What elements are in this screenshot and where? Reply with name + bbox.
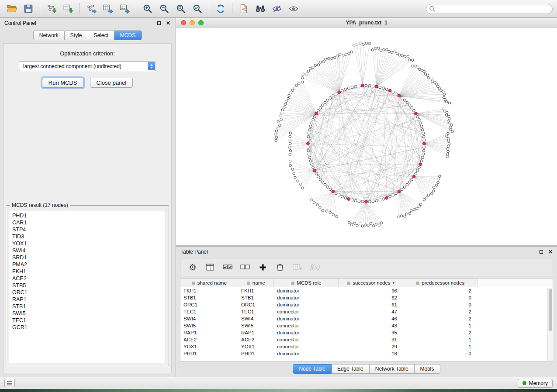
maximize-traffic-light-icon[interactable] <box>198 20 204 25</box>
cell-mcds-role[interactable]: dominator <box>274 295 339 300</box>
import-network-icon[interactable] <box>44 2 59 16</box>
tab-network-table[interactable]: Network Table <box>370 364 415 374</box>
export-document-icon[interactable] <box>236 2 251 16</box>
cell-shared-name[interactable]: STB1 <box>180 295 238 300</box>
network-graph[interactable] <box>176 28 557 245</box>
cell-mcds-role[interactable]: dominator <box>274 351 339 356</box>
cell-shared-name[interactable]: ACE2 <box>180 337 238 342</box>
export-image-icon[interactable] <box>117 2 132 16</box>
cell-mcds-role[interactable]: dominator <box>274 288 339 293</box>
cell-successor-nodes[interactable]: 47 <box>339 309 403 314</box>
cell-name[interactable]: YOX1 <box>238 344 274 349</box>
mcds-result-item[interactable]: SWI5 <box>12 310 163 317</box>
float-panel-icon[interactable] <box>157 21 161 25</box>
tab-edge-table[interactable]: Edge Table <box>332 364 370 374</box>
close-panel-icon[interactable]: ✕ <box>166 21 170 26</box>
criterion-dropdown[interactable]: largest connected component (undirected) <box>19 61 156 71</box>
table-row[interactable]: PHD1PHD1dominator180 <box>180 350 553 357</box>
add-row-icon[interactable] <box>257 261 268 273</box>
close-table-panel-icon[interactable]: ✕ <box>548 249 553 254</box>
mcds-result-item[interactable]: TID3 <box>12 233 163 240</box>
cell-shared-name[interactable]: PHD1 <box>180 351 238 356</box>
mcds-result-item[interactable]: SRD1 <box>12 254 163 261</box>
table-scrollbar[interactable] <box>547 288 552 361</box>
tab-network[interactable]: Network <box>33 31 65 40</box>
mcds-result-item[interactable]: SWI4 <box>12 247 163 254</box>
cell-successor-nodes[interactable]: 29 <box>339 344 403 349</box>
cell-predecessor-nodes[interactable]: 0 <box>403 351 477 356</box>
run-mcds-button[interactable]: Run MCDS <box>42 78 84 88</box>
tab-select[interactable]: Select <box>88 31 114 40</box>
mcds-result-item[interactable]: PHD1 <box>12 212 163 219</box>
cell-mcds-role[interactable]: dominator <box>274 316 339 321</box>
cell-mcds-role[interactable]: connector <box>274 309 339 314</box>
table-row[interactable]: SWI4SWI4dominator462 <box>180 315 553 322</box>
cell-name[interactable]: RAP1 <box>238 330 274 335</box>
panel-menu-button[interactable] <box>4 379 15 387</box>
cell-successor-nodes[interactable]: 18 <box>339 351 403 356</box>
delete-row-icon[interactable] <box>275 261 285 273</box>
mcds-result-item[interactable]: YOX1 <box>12 240 163 247</box>
mcds-result-item[interactable]: STB1 <box>12 303 163 310</box>
export-table-icon[interactable] <box>100 2 115 16</box>
cell-name[interactable]: TEC1 <box>238 309 274 314</box>
mcds-result-item[interactable]: RAP1 <box>12 296 163 303</box>
table-row[interactable]: TEC1TEC1connector472 <box>180 308 553 315</box>
table-row[interactable]: ACE2ACE2connector311 <box>180 336 553 343</box>
scrollbar-thumb[interactable] <box>549 289 552 331</box>
table-row[interactable]: STB1STB1dominator620 <box>180 294 553 301</box>
cell-shared-name[interactable]: ORC1 <box>180 302 238 307</box>
cell-shared-name[interactable]: RAP1 <box>180 330 238 335</box>
show-hide-eye-icon[interactable] <box>286 2 301 16</box>
cell-mcds-role[interactable]: dominator <box>274 302 339 307</box>
column-header-predecessor-nodes[interactable]: ▦predecessor nodes <box>403 279 477 287</box>
table-row[interactable]: FKH1FKH1dominator962 <box>180 287 553 294</box>
cell-shared-name[interactable]: SWI4 <box>180 316 238 321</box>
tab-motifs[interactable]: Motifs <box>415 364 440 374</box>
cell-predecessor-nodes[interactable]: 0 <box>403 302 477 307</box>
table-row[interactable]: ORC1ORC1dominator610 <box>180 301 553 308</box>
deselect-all-icon[interactable] <box>240 261 250 273</box>
zoom-out-icon[interactable] <box>157 2 172 16</box>
cell-predecessor-nodes[interactable]: 0 <box>403 295 477 300</box>
import-table-icon[interactable] <box>61 2 76 16</box>
table-row[interactable]: YOX1YOX1connector291 <box>180 343 553 350</box>
cell-name[interactable]: SWI5 <box>238 323 274 328</box>
cell-successor-nodes[interactable]: 35 <box>339 330 403 335</box>
cell-predecessor-nodes[interactable]: 1 <box>403 323 477 328</box>
cell-successor-nodes[interactable]: 96 <box>339 288 403 293</box>
save-session-icon[interactable] <box>21 2 36 16</box>
cell-mcds-role[interactable]: connector <box>274 323 339 328</box>
mcds-result-item[interactable]: CAR1 <box>12 219 163 226</box>
column-header-shared-name[interactable]: ▦shared name <box>180 279 238 287</box>
cell-mcds-role[interactable]: connector <box>274 337 339 342</box>
settings-icon[interactable]: ⚙ <box>187 261 198 273</box>
search-network-icon[interactable] <box>253 2 268 16</box>
tab-node-table[interactable]: Node Table <box>293 364 332 374</box>
search-input[interactable] <box>426 4 553 14</box>
table-row[interactable]: SWI5SWI5connector431 <box>180 322 553 329</box>
refresh-view-icon[interactable] <box>213 2 228 16</box>
cell-successor-nodes[interactable]: 62 <box>339 295 403 300</box>
cell-shared-name[interactable]: FKH1 <box>180 288 238 293</box>
zoom-fit-icon[interactable] <box>173 2 188 16</box>
cell-successor-nodes[interactable]: 46 <box>339 316 403 321</box>
network-canvas[interactable] <box>176 28 557 245</box>
mcds-result-list[interactable]: PHD1CAR1STP4TID3YOX1SWI4SRD1PMA2FKH1ACE2… <box>9 210 166 363</box>
cell-successor-nodes[interactable]: 43 <box>339 323 403 328</box>
mcds-result-item[interactable]: ACE2 <box>12 275 163 282</box>
cell-name[interactable]: FKH1 <box>238 288 274 293</box>
cell-successor-nodes[interactable]: 61 <box>339 302 403 307</box>
cell-predecessor-nodes[interactable]: 2 <box>403 316 477 321</box>
cell-name[interactable]: ORC1 <box>238 302 274 307</box>
cell-name[interactable]: SWI4 <box>238 316 274 321</box>
select-all-icon[interactable] <box>222 261 233 273</box>
zoom-selected-icon[interactable] <box>190 2 205 16</box>
cell-mcds-role[interactable]: dominator <box>274 330 339 335</box>
columns-icon[interactable] <box>205 261 215 273</box>
zoom-in-icon[interactable] <box>140 2 155 16</box>
open-session-icon[interactable] <box>4 2 19 16</box>
cell-name[interactable]: STB1 <box>238 295 274 300</box>
column-header-mcds-role[interactable]: ▦MCDS role <box>274 279 339 287</box>
close-panel-button[interactable]: Close panel <box>90 78 133 88</box>
